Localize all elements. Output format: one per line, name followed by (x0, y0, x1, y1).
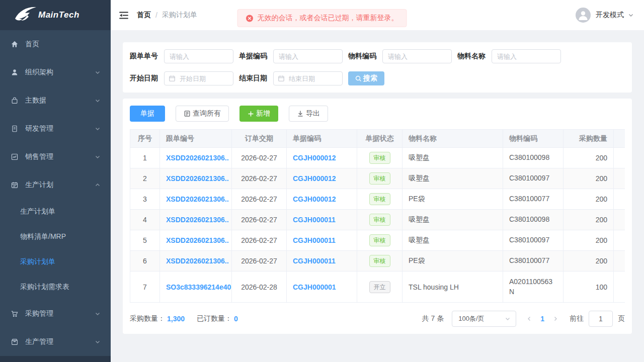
submenu-label: 物料清单/MRP (20, 232, 66, 241)
table-row[interactable]: 5 XSDD2026021306.. 2026-02-27 CGJH000011… (130, 230, 625, 251)
field-label: 结束日期 (239, 74, 267, 83)
sidebar-item-label: 主数据 (25, 96, 95, 105)
table-row[interactable]: 2 XSDD2026021306.. 2026-02-27 CGJH000012… (130, 168, 625, 189)
cell-code: C380100097 (503, 230, 564, 251)
cell-status: 审核 (357, 148, 403, 168)
doc-no-link[interactable]: CGJH000012 (287, 168, 357, 189)
next-page-button[interactable] (549, 316, 561, 322)
sidebar-item-home[interactable]: 首页 (0, 30, 111, 58)
sidebar-item-manufacturing[interactable]: 生产管理 (0, 328, 111, 356)
cell-status: 审核 (357, 189, 403, 210)
cell-code: C380100077 (503, 189, 564, 210)
doc-no-link[interactable]: CGJH000011 (287, 251, 357, 272)
page-size-select[interactable]: 100条/页 (452, 311, 516, 327)
order-no-link[interactable]: SO3c833396214e40 (160, 272, 232, 303)
cell-seq: 6 (130, 251, 160, 272)
sidebar-collapse-icon[interactable] (119, 11, 129, 20)
status-badge: 审核 (369, 255, 390, 267)
order-no-input[interactable] (164, 49, 233, 63)
document-icon (184, 110, 191, 117)
filter-row-2: 开始日期 结束日期 (130, 71, 625, 85)
sidebar-subitem-bom-mrp[interactable]: 物料清单/MRP (0, 224, 111, 249)
cell-qty: 200 (564, 189, 614, 210)
cell-qty: 100 (564, 272, 614, 303)
document-icon (10, 124, 19, 133)
status-badge: 审核 (369, 193, 390, 205)
sidebar-item-purchasing[interactable]: 采购管理 (0, 300, 111, 328)
sidebar-item-label: 组织架构 (25, 68, 95, 77)
cell-extra (614, 272, 625, 303)
doc-button[interactable]: 单据 (130, 106, 165, 122)
order-no-link[interactable]: XSDD2026021306.. (160, 189, 232, 210)
table-row[interactable]: 7 SO3c833396214e40 2026-02-28 CGJH000001… (130, 272, 625, 303)
table-row[interactable]: 6 XSDD2026021306.. 2026-02-27 CGJH000011… (130, 251, 625, 272)
user-menu[interactable]: 开发模式 (576, 8, 634, 23)
sidebar-subitem-purchase-plan-order[interactable]: 采购计划单 (0, 249, 111, 275)
export-button-label: 导出 (306, 109, 320, 118)
doc-code-input[interactable] (273, 49, 343, 63)
bag-icon (10, 96, 19, 105)
export-button[interactable]: 导出 (289, 106, 328, 122)
chevron-down-icon (95, 154, 101, 160)
prev-page-button[interactable] (523, 316, 535, 322)
page-size-value: 100条/页 (458, 314, 484, 323)
material-name-input[interactable] (492, 49, 561, 63)
sidebar-item-production-plan[interactable]: 生产计划 (0, 171, 111, 199)
table-row[interactable]: 4 XSDD2026021306.. 2026-02-27 CGJH000011… (130, 210, 625, 230)
cell-seq: 3 (130, 189, 160, 210)
doc-no-link[interactable]: CGJH000012 (287, 148, 357, 168)
sidebar-item-label: 生产管理 (25, 337, 95, 346)
sidebar-subitem-purchase-plan-demand[interactable]: 采购计划需求表 (0, 275, 111, 300)
breadcrumb-home[interactable]: 首页 (137, 11, 151, 20)
add-button[interactable]: 新增 (239, 106, 278, 122)
sidebar-item-org[interactable]: 组织架构 (0, 58, 111, 86)
table-row[interactable]: 3 XSDD2026021306.. 2026-02-27 CGJH000012… (130, 189, 625, 210)
cell-code: C380100098 (503, 148, 564, 168)
col-material: 物料名称 (403, 130, 503, 148)
search-button[interactable]: 搜索 (348, 71, 384, 85)
box-icon (10, 337, 19, 346)
order-no-link[interactable]: XSDD2026021306.. (160, 251, 232, 272)
sidebar-subitem-production-plan-order[interactable]: 生产计划单 (0, 199, 111, 224)
main-area: 首页 / 采购计划单 无效的会话，或者会话已过期，请重新登录。 开发模式 (111, 0, 644, 362)
content: 跟单单号 单据编码 物料编码 物料名称 (111, 30, 644, 362)
start-date-input[interactable] (164, 71, 233, 85)
sidebar-item-masterdata[interactable]: 主数据 (0, 86, 111, 115)
chevron-down-icon (95, 339, 101, 345)
cell-seq: 2 (130, 168, 160, 189)
page-number[interactable]: 1 (535, 315, 549, 323)
sidebar-scrollbar-track[interactable] (0, 356, 111, 362)
purchase-plan-table: 序号 跟单编号 订单交期 单据编码 单据状态 物料名称 物料编码 采购数量 (130, 129, 625, 303)
ordered-qty-stat: 已订数量： 0 (197, 314, 238, 323)
material-code-input[interactable] (382, 49, 452, 63)
cell-extra (614, 189, 625, 210)
cell-qty: 200 (564, 168, 614, 189)
end-date-input[interactable] (273, 71, 343, 85)
sidebar-item-sales[interactable]: 销售管理 (0, 143, 111, 171)
chevron-down-icon (95, 126, 101, 132)
doc-no-link[interactable]: CGJH000012 (287, 189, 357, 210)
status-badge: 审核 (369, 152, 390, 164)
filter-doc-code: 单据编码 (239, 49, 343, 63)
doc-no-link[interactable]: CGJH000011 (287, 210, 357, 230)
cell-material: 吸塑盘 (403, 148, 503, 168)
doc-no-link[interactable]: CGJH000011 (287, 230, 357, 251)
order-no-link[interactable]: XSDD2026021306.. (160, 230, 232, 251)
cell-code: A0201100563N (503, 272, 564, 303)
cell-material: 吸塑盘 (403, 168, 503, 189)
order-no-link[interactable]: XSDD2026021306.. (160, 168, 232, 189)
cell-status: 审核 (357, 251, 403, 272)
logo-text: MainTech (38, 10, 79, 20)
order-no-link[interactable]: XSDD2026021306.. (160, 148, 232, 168)
doc-no-link[interactable]: CGJH000001 (287, 272, 357, 303)
goto-label: 前往 (570, 314, 584, 323)
sidebar-item-rnd[interactable]: 研发管理 (0, 115, 111, 143)
table-row[interactable]: 1 XSDD2026021306.. 2026-02-27 CGJH000012… (130, 148, 625, 168)
field-label: 物料名称 (457, 52, 486, 61)
goto-page-input[interactable] (589, 311, 613, 327)
alert-message: 无效的会话，或者会话已过期，请重新登录。 (258, 14, 398, 23)
cell-delivery: 2026-02-28 (232, 272, 287, 303)
query-all-button[interactable]: 查询所有 (176, 106, 229, 122)
order-no-link[interactable]: XSDD2026021306.. (160, 210, 232, 230)
cell-delivery: 2026-02-27 (232, 189, 287, 210)
